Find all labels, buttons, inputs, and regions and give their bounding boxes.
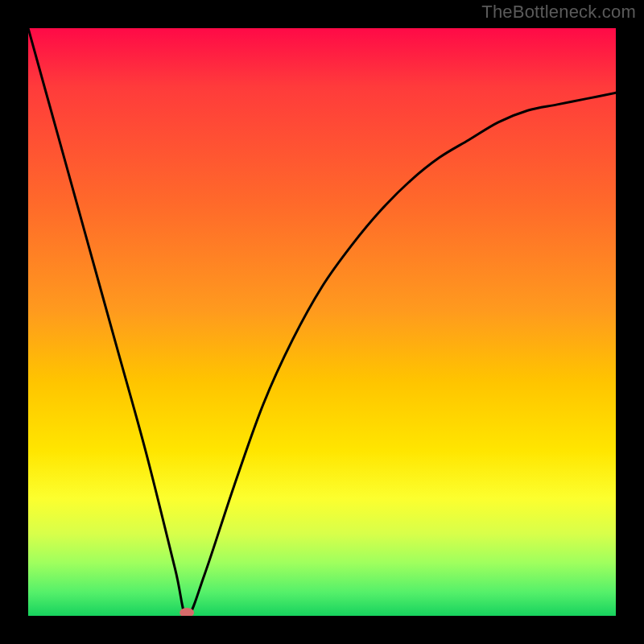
watermark-text: TheBottleneck.com — [481, 2, 636, 23]
curve-line — [28, 28, 616, 616]
bottleneck-curve — [28, 28, 616, 616]
chart-frame: TheBottleneck.com — [0, 0, 644, 644]
plot-area — [28, 28, 616, 616]
